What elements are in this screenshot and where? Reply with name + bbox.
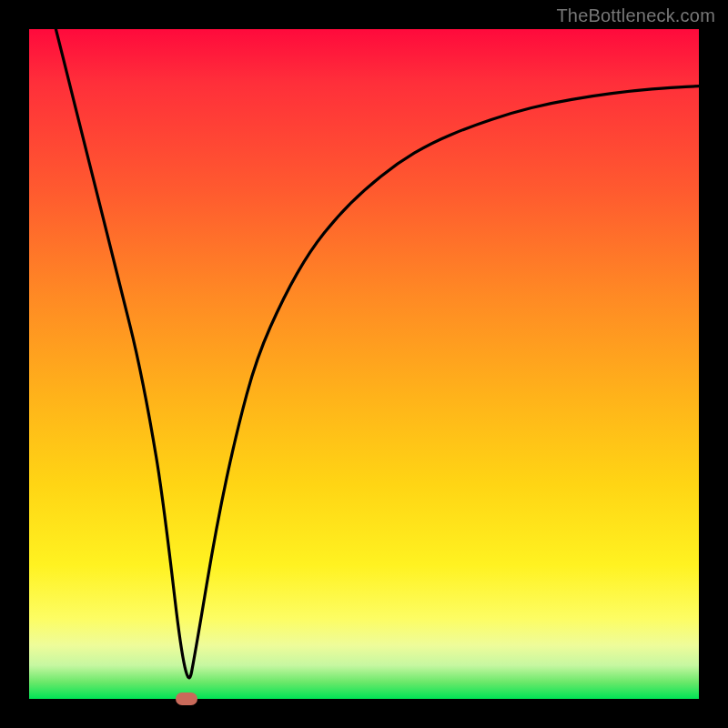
watermark-text: TheBottleneck.com bbox=[556, 5, 715, 26]
curve-path bbox=[56, 29, 699, 678]
plot-area bbox=[29, 29, 699, 699]
chart-frame: TheBottleneck.com bbox=[0, 0, 728, 728]
bottleneck-curve bbox=[29, 29, 699, 699]
optimum-marker bbox=[176, 693, 197, 705]
